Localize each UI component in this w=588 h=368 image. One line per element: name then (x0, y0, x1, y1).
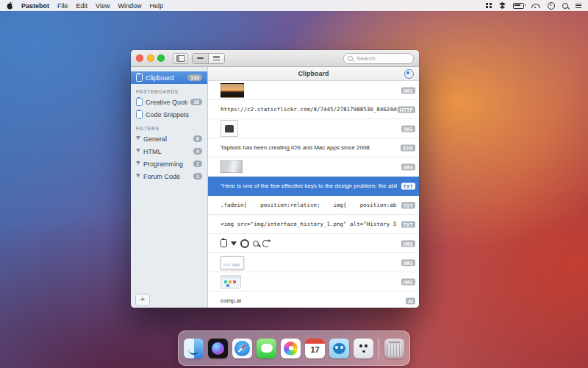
status-icons (486, 2, 581, 10)
title-bar[interactable] (131, 50, 419, 67)
sidebar-item-label: HTML (143, 148, 162, 155)
sidebar-section-header-pasteboards: PASTEBOARDS (131, 84, 207, 96)
clipboard-item[interactable]: <img src="img/interface_history_1.png" a… (208, 215, 419, 234)
clipboard-item[interactable]: IMG (208, 81, 419, 100)
dock-calendar-icon[interactable]: 17 (305, 339, 325, 358)
app-menu-title[interactable]: Pastebot (21, 2, 49, 10)
desktop: Pastebot FileEditViewWindowHelp (0, 0, 588, 368)
type-badge: TXT (401, 202, 415, 208)
sidebar-item-label: Clipboard (146, 74, 174, 82)
pasteboard-icon (136, 110, 143, 118)
filter-funnel-icon (136, 161, 140, 165)
menu-items: FileEditViewWindowHelp (57, 2, 163, 10)
menu-window[interactable]: Window (118, 2, 141, 10)
menu-view[interactable]: View (96, 2, 110, 10)
type-badge: IMG (401, 163, 415, 170)
dock-photos-icon[interactable] (281, 339, 301, 358)
dock-messages-icon[interactable] (257, 339, 276, 358)
dropbox-icon[interactable] (499, 2, 506, 9)
dock-finder-icon[interactable] (184, 339, 204, 358)
sidebar-toggle-button[interactable] (173, 53, 188, 64)
filter-funnel-icon (136, 136, 140, 140)
clipboard-item[interactable]: https://c2.staticflickr.com/8/7445/27817… (208, 100, 419, 119)
battery-icon[interactable] (513, 3, 524, 9)
sidebar-item-html[interactable]: HTML4 (131, 145, 207, 158)
dock-tweetbot-icon[interactable] (329, 339, 349, 358)
clipboard-item[interactable]: comp.aiAI (208, 291, 419, 308)
sidebar-section-header-filters: FILTERS (131, 121, 207, 132)
sidebar-item-forum-code[interactable]: Forum Code1 (131, 170, 207, 183)
count-badge: 1 (193, 173, 202, 180)
windows-grid-icon[interactable] (486, 3, 492, 9)
type-badge: STR (401, 144, 415, 151)
icons-thumbnail (220, 239, 270, 248)
traffic-lights (136, 54, 165, 62)
clipboard-item[interactable]: IMG (208, 272, 419, 291)
clipboard-item[interactable]: “Here is one of the few effective keys t… (208, 177, 419, 196)
clipboard-list: IMGhttps://c2.staticflickr.com/8/7445/27… (208, 81, 419, 308)
clipboard-item[interactable]: .fadein{ position:relative; img{ positio… (208, 196, 419, 215)
magnifier-icon (253, 241, 259, 247)
count-badge: 133 (187, 74, 202, 81)
clipboard-icon (136, 74, 143, 82)
sidebar-item-label: Forum Code (143, 173, 180, 180)
add-pasteboard-button[interactable]: + (135, 294, 150, 306)
close-button[interactable] (136, 54, 143, 62)
type-badge: IMG (401, 259, 415, 266)
clip-item-text: https://c2.staticflickr.com/8/7445/27817… (220, 106, 397, 113)
content-header: Clipboard (208, 67, 419, 81)
clipboard-item[interactable]: IMG (208, 234, 419, 253)
content-title: Clipboard (298, 70, 329, 77)
dock: 17 (178, 330, 410, 366)
zoom-button[interactable] (157, 54, 165, 62)
clipboard-item[interactable]: IMG (208, 119, 419, 138)
sidebar-item-label: General (143, 135, 167, 143)
clipboard-item[interactable]: IMG (208, 158, 419, 177)
dock-pastebot-icon[interactable] (354, 339, 373, 358)
calendar-date: 17 (305, 345, 325, 354)
gear-icon (240, 239, 249, 248)
paste-queue-view-button[interactable] (193, 54, 208, 63)
clip-item-text: .fadein{ position:relative; img{ positio… (220, 202, 397, 208)
wifi-icon[interactable] (531, 4, 540, 8)
clipboard-icon (220, 239, 227, 247)
spotlight-icon[interactable] (562, 3, 568, 9)
apple-menu-icon[interactable] (7, 1, 13, 10)
count-badge: 1 (193, 160, 202, 167)
sidebar-item-clipboard[interactable]: Clipboard 133 (131, 71, 207, 84)
type-badge: IMG (401, 125, 415, 132)
list-view-button[interactable] (208, 54, 224, 63)
sidebar-bottom-bar: + (131, 291, 207, 308)
menu-left: Pastebot FileEditViewWindowHelp (7, 1, 163, 10)
search-field[interactable] (343, 53, 414, 64)
dock-trash-icon[interactable] (384, 339, 404, 358)
clipboard-item[interactable]: IMG (208, 253, 419, 272)
sidebar-item-programming[interactable]: Programming1 (131, 158, 207, 170)
sidebar-toggle-icon (176, 55, 185, 62)
sidebar-item-general[interactable]: General6 (131, 132, 207, 145)
menu-help[interactable]: Help (149, 2, 163, 10)
minimize-button[interactable] (147, 54, 154, 62)
sidebar-item-creative-quotes[interactable]: Creative Quotes16 (131, 96, 207, 108)
dock-siri-icon[interactable] (208, 339, 228, 358)
dock-icons: 17 (184, 338, 404, 358)
menu-file[interactable]: File (57, 2, 68, 10)
menu-edit[interactable]: Edit (76, 2, 88, 10)
pastebot-window: Clipboard 133 PASTEBOARDSCreative Quotes… (131, 50, 419, 308)
count-badge: 6 (193, 135, 202, 142)
notification-center-icon[interactable] (576, 3, 581, 9)
sidebar-item-label: Creative Quotes (146, 99, 187, 106)
clock-icon[interactable] (548, 2, 555, 10)
search-input[interactable] (355, 54, 409, 63)
dash-icon (197, 57, 204, 59)
type-badge: IMG (401, 278, 415, 285)
clip-item-text: “Here is one of the few effective keys t… (220, 183, 397, 189)
clip-item-text: <img src="img/interface_history_1.png" a… (220, 221, 397, 227)
gray-photo-thumbnail (220, 160, 243, 173)
dock-safari-icon[interactable] (232, 339, 252, 358)
sidebar-item-code-snippets[interactable]: Code Snippets (131, 108, 207, 121)
clipboard-item[interactable]: Tapbots has been creating iOS and Mac ap… (208, 138, 419, 158)
sync-button[interactable] (404, 69, 414, 79)
type-badge: IMG (401, 240, 415, 247)
menu-bar: Pastebot FileEditViewWindowHelp (0, 0, 588, 11)
